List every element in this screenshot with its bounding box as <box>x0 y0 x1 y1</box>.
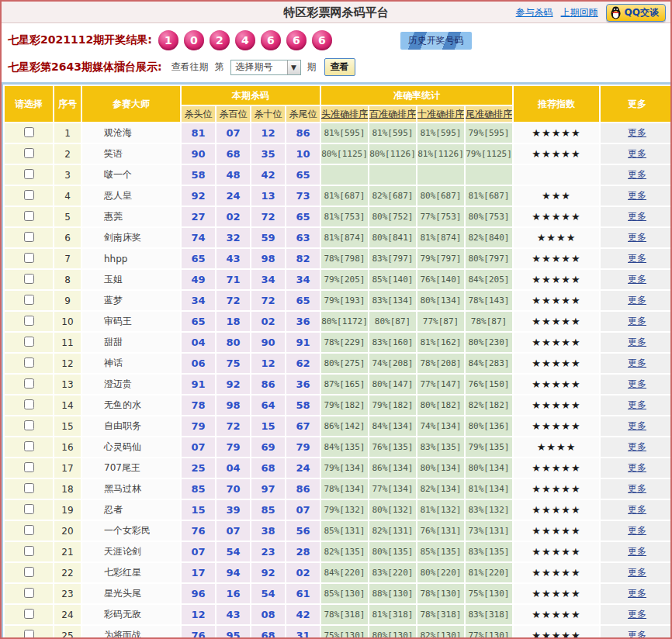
kill-tail-value: 10 <box>286 144 320 164</box>
kill-tail-value: 82 <box>286 249 320 268</box>
more-link[interactable]: 更多 <box>628 127 646 138</box>
kill-hundred-value: 71 <box>216 270 250 289</box>
more-link[interactable]: 更多 <box>628 504 646 515</box>
row-checkbox[interactable] <box>24 546 34 556</box>
hundred-accuracy: 82%[131] <box>369 521 416 541</box>
more-link[interactable]: 更多 <box>628 630 646 639</box>
row-index: 12 <box>54 354 81 373</box>
kill-head-value: 15 <box>182 500 215 520</box>
more-link[interactable]: 更多 <box>628 253 646 264</box>
row-checkbox[interactable] <box>24 127 34 137</box>
recommendation-stars: ★★★★★ <box>514 416 599 436</box>
kill-hundred-value: 04 <box>216 458 250 478</box>
table-row: 11 甜甜 04 80 90 91 78%[229] 83%[160] 81%[… <box>5 333 672 352</box>
kill-ten-value: 90 <box>251 333 285 352</box>
more-link[interactable]: 更多 <box>628 462 646 473</box>
kill-hundred-value: 95 <box>216 626 250 639</box>
more-link[interactable]: 更多 <box>628 169 646 180</box>
row-checkbox[interactable] <box>24 441 34 451</box>
more-link[interactable]: 更多 <box>628 441 646 452</box>
more-link[interactable]: 更多 <box>628 148 646 159</box>
row-index: 2 <box>54 144 81 164</box>
chevron-down-icon[interactable]: ▼ <box>287 60 300 74</box>
row-checkbox[interactable] <box>24 462 34 472</box>
more-link[interactable]: 更多 <box>628 232 646 243</box>
row-checkbox[interactable] <box>24 357 34 368</box>
recommendation-stars: ★★★★ <box>514 228 599 247</box>
qq-penguin-icon <box>610 6 622 19</box>
previous-period-link[interactable]: 上期回顾 <box>561 6 598 19</box>
master-name: 黑马过林 <box>82 479 180 499</box>
more-link[interactable]: 更多 <box>628 357 646 368</box>
more-link[interactable]: 更多 <box>628 211 646 222</box>
row-checkbox[interactable] <box>24 483 34 493</box>
more-link[interactable]: 更多 <box>628 588 646 599</box>
kill-ten-value: 72 <box>251 207 285 226</box>
ten-accuracy: 81%[1126] <box>417 144 464 164</box>
sort-link-tail-accuracy[interactable]: 尾准确排序 <box>466 106 512 122</box>
row-checkbox[interactable] <box>24 630 34 639</box>
kill-head-value: 76 <box>182 626 215 639</box>
more-link[interactable]: 更多 <box>628 399 646 410</box>
more-link[interactable]: 更多 <box>628 190 646 201</box>
kill-tail-value: 42 <box>286 605 320 624</box>
more-link[interactable]: 更多 <box>628 337 646 347</box>
row-index: 3 <box>54 165 81 185</box>
row-checkbox[interactable] <box>24 211 34 221</box>
kill-tail-value: 65 <box>286 207 320 226</box>
table-row: 24 彩码无敌 12 43 08 42 78%[318] 81%[318] 78… <box>5 605 672 624</box>
row-index: 1 <box>54 123 81 143</box>
kill-head-value: 81 <box>182 123 215 143</box>
row-checkbox[interactable] <box>24 420 34 430</box>
row-checkbox[interactable] <box>24 232 34 242</box>
qq-chat-button[interactable]: QQ交谈 <box>606 4 666 22</box>
row-checkbox[interactable] <box>24 295 34 305</box>
more-link[interactable]: 更多 <box>628 567 646 578</box>
more-link[interactable]: 更多 <box>628 274 646 285</box>
history-numbers-button[interactable]: 历史开奖号码 <box>400 32 472 50</box>
row-index: 9 <box>54 291 81 310</box>
kill-hundred-value: 24 <box>216 186 250 206</box>
more-link[interactable]: 更多 <box>628 546 646 557</box>
kill-tail-value: 73 <box>286 186 320 206</box>
col-header-kill-ten: 杀十位 <box>251 106 285 122</box>
tail-accuracy: 80%[134] <box>466 458 512 478</box>
master-name: 天涯论剑 <box>82 542 180 561</box>
row-checkbox[interactable] <box>24 148 34 158</box>
row-checkbox[interactable] <box>24 274 34 284</box>
row-checkbox[interactable] <box>24 337 34 347</box>
more-link[interactable]: 更多 <box>628 609 646 620</box>
more-link[interactable]: 更多 <box>628 316 646 326</box>
row-index: 14 <box>54 395 81 415</box>
view-button[interactable]: 查看 <box>324 58 355 76</box>
row-checkbox[interactable] <box>24 609 34 619</box>
row-checkbox[interactable] <box>24 567 34 577</box>
more-link[interactable]: 更多 <box>628 378 646 389</box>
more-link[interactable]: 更多 <box>628 525 646 536</box>
join-kill-code-link[interactable]: 参与杀码 <box>516 6 553 19</box>
kill-tail-value: 86 <box>286 479 320 499</box>
tail-accuracy: 78%[143] <box>466 291 512 310</box>
sort-link-hundred-accuracy[interactable]: 百准确排序 <box>369 106 416 122</box>
row-checkbox[interactable] <box>24 316 34 326</box>
recommendation-stars: ★★★★★ <box>514 333 599 352</box>
row-checkbox[interactable] <box>24 399 34 409</box>
lottery-ball: 6 <box>312 30 332 50</box>
more-link[interactable]: 更多 <box>628 295 646 306</box>
head-accuracy: 78%[318] <box>321 605 368 624</box>
row-checkbox[interactable] <box>24 588 34 598</box>
period-select[interactable]: 选择期号 ▼ <box>230 60 301 75</box>
row-checkbox[interactable] <box>24 525 34 535</box>
row-checkbox[interactable] <box>24 169 34 179</box>
row-checkbox[interactable] <box>24 504 34 514</box>
more-link[interactable]: 更多 <box>628 483 646 494</box>
row-checkbox[interactable] <box>24 378 34 389</box>
row-checkbox[interactable] <box>24 253 34 263</box>
row-checkbox[interactable] <box>24 190 34 200</box>
table-row: 13 澄迈贵 91 92 86 36 87%[165] 80%[147] 77%… <box>5 375 672 394</box>
ten-accuracy <box>417 165 464 185</box>
more-link[interactable]: 更多 <box>628 420 646 431</box>
kill-head-value: 96 <box>182 584 215 603</box>
sort-link-head-accuracy[interactable]: 头准确排序 <box>321 106 368 122</box>
sort-link-ten-accuracy[interactable]: 十准确排序 <box>417 106 464 122</box>
